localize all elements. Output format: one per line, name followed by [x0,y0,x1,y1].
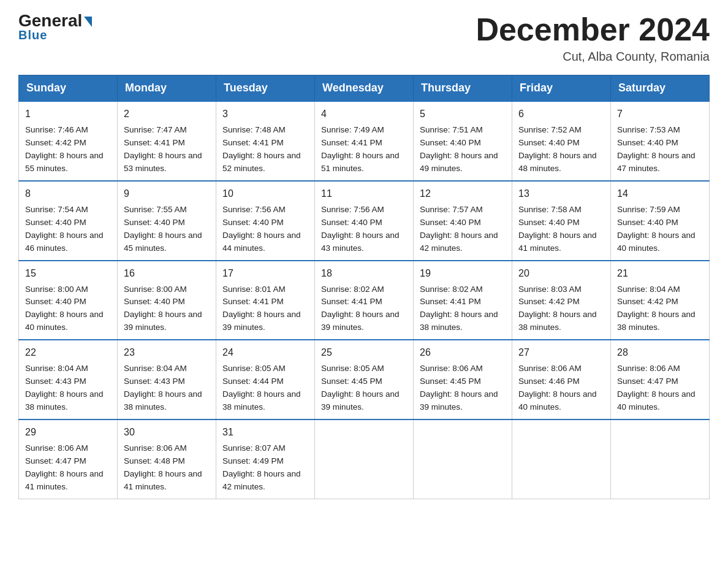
day-number: 12 [420,186,506,201]
location-title: Cut, Alba County, Romania [476,50,710,64]
logo: General Blue [18,12,92,42]
day-number: 9 [124,186,210,201]
day-info: Sunrise: 8:05 AMSunset: 4:44 PMDaylight:… [222,362,308,414]
day-number: 8 [25,186,111,201]
day-info: Sunrise: 7:46 AMSunset: 4:42 PMDaylight:… [25,124,111,175]
calendar-cell: 2Sunrise: 7:47 AMSunset: 4:41 PMDaylight… [118,101,216,181]
day-info: Sunrise: 8:00 AMSunset: 4:40 PMDaylight:… [25,283,111,335]
calendar-cell: 16Sunrise: 8:00 AMSunset: 4:40 PMDayligh… [118,261,216,340]
day-info: Sunrise: 7:51 AMSunset: 4:40 PMDaylight:… [420,124,506,175]
calendar-cell: 12Sunrise: 7:57 AMSunset: 4:40 PMDayligh… [414,181,512,261]
calendar-cell [315,419,414,499]
calendar-cell: 8Sunrise: 7:54 AMSunset: 4:40 PMDaylight… [19,181,118,261]
calendar-cell: 9Sunrise: 7:55 AMSunset: 4:40 PMDaylight… [118,181,216,261]
calendar-header-row: SundayMondayTuesdayWednesdayThursdayFrid… [19,75,710,102]
day-number: 5 [420,107,506,121]
day-number: 27 [518,345,604,360]
column-header-friday: Friday [512,75,611,102]
day-info: Sunrise: 7:48 AMSunset: 4:41 PMDaylight:… [222,124,308,175]
day-number: 29 [25,425,111,440]
calendar-table: SundayMondayTuesdayWednesdayThursdayFrid… [18,75,710,499]
day-info: Sunrise: 8:06 AMSunset: 4:47 PMDaylight:… [617,362,703,414]
calendar-cell: 20Sunrise: 8:03 AMSunset: 4:42 PMDayligh… [512,261,611,340]
day-info: Sunrise: 8:03 AMSunset: 4:42 PMDaylight:… [518,283,604,335]
day-info: Sunrise: 7:55 AMSunset: 4:40 PMDaylight:… [124,204,210,255]
logo-general: General [18,12,92,29]
calendar-cell: 5Sunrise: 7:51 AMSunset: 4:40 PMDaylight… [414,101,512,181]
calendar-cell: 19Sunrise: 8:02 AMSunset: 4:41 PMDayligh… [414,261,512,340]
day-info: Sunrise: 8:07 AMSunset: 4:49 PMDaylight:… [222,442,308,494]
calendar-cell: 15Sunrise: 8:00 AMSunset: 4:40 PMDayligh… [19,261,118,340]
day-info: Sunrise: 7:49 AMSunset: 4:41 PMDaylight:… [321,124,407,175]
calendar-cell: 24Sunrise: 8:05 AMSunset: 4:44 PMDayligh… [216,340,315,419]
calendar-cell: 3Sunrise: 7:48 AMSunset: 4:41 PMDaylight… [216,101,315,181]
day-info: Sunrise: 8:06 AMSunset: 4:48 PMDaylight:… [124,442,210,494]
calendar-cell: 27Sunrise: 8:06 AMSunset: 4:46 PMDayligh… [512,340,611,419]
day-info: Sunrise: 8:01 AMSunset: 4:41 PMDaylight:… [222,283,308,335]
day-number: 4 [321,107,407,121]
day-number: 24 [222,345,308,360]
day-number: 11 [321,186,407,201]
day-number: 16 [124,266,210,281]
week-row-2: 8Sunrise: 7:54 AMSunset: 4:40 PMDaylight… [19,181,710,261]
column-header-monday: Monday [118,75,216,102]
day-info: Sunrise: 7:47 AMSunset: 4:41 PMDaylight:… [124,124,210,175]
column-header-saturday: Saturday [611,75,710,102]
calendar-cell [512,419,611,499]
day-info: Sunrise: 8:02 AMSunset: 4:41 PMDaylight:… [321,283,407,335]
day-info: Sunrise: 8:05 AMSunset: 4:45 PMDaylight:… [321,362,407,414]
calendar-cell: 26Sunrise: 8:06 AMSunset: 4:45 PMDayligh… [414,340,512,419]
day-number: 22 [25,345,111,360]
day-info: Sunrise: 7:58 AMSunset: 4:40 PMDaylight:… [518,204,604,255]
calendar-cell: 31Sunrise: 8:07 AMSunset: 4:49 PMDayligh… [216,419,315,499]
page-header: General Blue December 2024 Cut, Alba Cou… [18,12,710,64]
day-info: Sunrise: 7:56 AMSunset: 4:40 PMDaylight:… [222,204,308,255]
calendar-cell: 25Sunrise: 8:05 AMSunset: 4:45 PMDayligh… [315,340,414,419]
calendar-cell: 11Sunrise: 7:56 AMSunset: 4:40 PMDayligh… [315,181,414,261]
day-info: Sunrise: 7:57 AMSunset: 4:40 PMDaylight:… [420,204,506,255]
column-header-sunday: Sunday [19,75,118,102]
day-number: 19 [420,266,506,281]
day-info: Sunrise: 8:06 AMSunset: 4:47 PMDaylight:… [25,442,111,494]
month-title: December 2024 [476,12,710,47]
day-number: 17 [222,266,308,281]
calendar-cell: 14Sunrise: 7:59 AMSunset: 4:40 PMDayligh… [611,181,710,261]
day-info: Sunrise: 8:00 AMSunset: 4:40 PMDaylight:… [124,283,210,335]
day-number: 23 [124,345,210,360]
column-header-wednesday: Wednesday [315,75,414,102]
day-info: Sunrise: 8:06 AMSunset: 4:46 PMDaylight:… [518,362,604,414]
day-number: 31 [222,425,308,440]
calendar-cell [414,419,512,499]
calendar-cell: 28Sunrise: 8:06 AMSunset: 4:47 PMDayligh… [611,340,710,419]
week-row-4: 22Sunrise: 8:04 AMSunset: 4:43 PMDayligh… [19,340,710,419]
day-number: 13 [518,186,604,201]
calendar-cell [611,419,710,499]
day-number: 26 [420,345,506,360]
calendar-cell: 30Sunrise: 8:06 AMSunset: 4:48 PMDayligh… [118,419,216,499]
calendar-cell: 6Sunrise: 7:52 AMSunset: 4:40 PMDaylight… [512,101,611,181]
day-number: 21 [617,266,703,281]
calendar-cell: 1Sunrise: 7:46 AMSunset: 4:42 PMDaylight… [19,101,118,181]
day-info: Sunrise: 7:56 AMSunset: 4:40 PMDaylight:… [321,204,407,255]
day-number: 15 [25,266,111,281]
calendar-cell: 17Sunrise: 8:01 AMSunset: 4:41 PMDayligh… [216,261,315,340]
day-info: Sunrise: 8:04 AMSunset: 4:43 PMDaylight:… [25,362,111,414]
day-number: 6 [518,107,604,121]
calendar-cell: 18Sunrise: 8:02 AMSunset: 4:41 PMDayligh… [315,261,414,340]
title-section: December 2024 Cut, Alba County, Romania [476,12,710,64]
day-info: Sunrise: 7:52 AMSunset: 4:40 PMDaylight:… [518,124,604,175]
day-number: 25 [321,345,407,360]
day-number: 7 [617,107,703,121]
day-info: Sunrise: 7:53 AMSunset: 4:40 PMDaylight:… [617,124,703,175]
week-row-1: 1Sunrise: 7:46 AMSunset: 4:42 PMDaylight… [19,101,710,181]
day-number: 1 [25,107,111,121]
calendar-cell: 7Sunrise: 7:53 AMSunset: 4:40 PMDaylight… [611,101,710,181]
calendar-cell: 4Sunrise: 7:49 AMSunset: 4:41 PMDaylight… [315,101,414,181]
week-row-3: 15Sunrise: 8:00 AMSunset: 4:40 PMDayligh… [19,261,710,340]
day-info: Sunrise: 7:59 AMSunset: 4:40 PMDaylight:… [617,204,703,255]
day-number: 30 [124,425,210,440]
day-info: Sunrise: 8:04 AMSunset: 4:42 PMDaylight:… [617,283,703,335]
day-info: Sunrise: 8:02 AMSunset: 4:41 PMDaylight:… [420,283,506,335]
calendar-cell: 10Sunrise: 7:56 AMSunset: 4:40 PMDayligh… [216,181,315,261]
calendar-cell: 13Sunrise: 7:58 AMSunset: 4:40 PMDayligh… [512,181,611,261]
